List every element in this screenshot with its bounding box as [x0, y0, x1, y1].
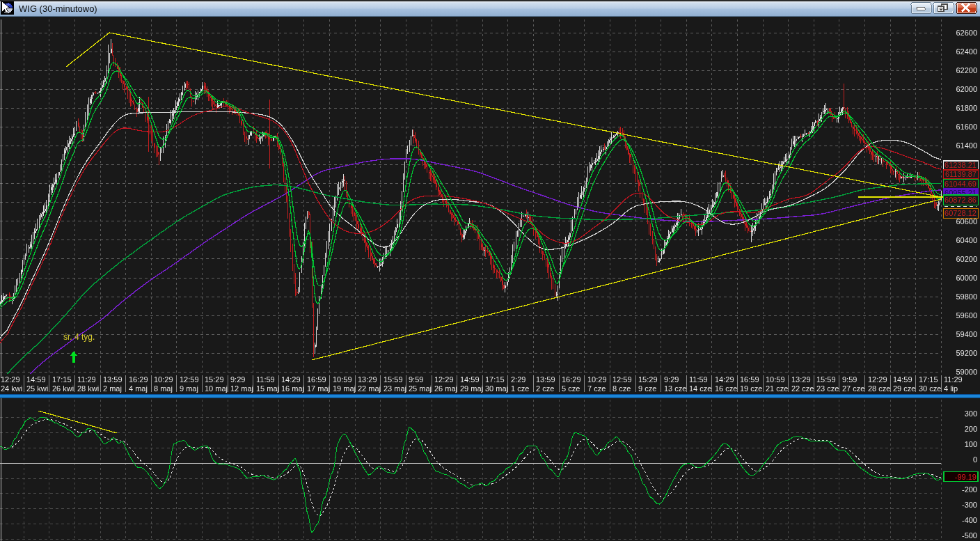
svg-text:11:59: 11:59 — [256, 375, 275, 384]
svg-text:22 maj: 22 maj — [358, 384, 381, 393]
svg-text:15:59: 15:59 — [384, 375, 403, 384]
svg-text:9:59: 9:59 — [842, 375, 857, 384]
svg-text:13:59: 13:59 — [536, 375, 555, 384]
svg-text:17:15: 17:15 — [919, 375, 938, 384]
svg-text:14:59: 14:59 — [893, 375, 912, 384]
svg-text:9:59: 9:59 — [409, 375, 423, 384]
svg-text:12:29: 12:29 — [1, 375, 20, 384]
svg-text:12:59: 12:59 — [180, 375, 199, 384]
svg-text:59800: 59800 — [956, 292, 977, 301]
svg-text:1 cze: 1 cze — [511, 384, 529, 393]
svg-text:5 cze: 5 cze — [562, 384, 580, 393]
svg-text:16:29: 16:29 — [562, 375, 581, 384]
svg-text:62600: 62600 — [956, 29, 977, 37]
svg-text:10:59: 10:59 — [333, 375, 352, 384]
svg-text:2 maj: 2 maj — [103, 384, 122, 393]
svg-text:24 kwi: 24 kwi — [1, 384, 22, 393]
svg-text:60872.86: 60872.86 — [945, 196, 977, 204]
svg-text:200: 200 — [965, 425, 977, 433]
svg-text:62200: 62200 — [956, 66, 977, 75]
svg-text:60728.12: 60728.12 — [945, 209, 977, 217]
svg-text:60000: 60000 — [956, 274, 977, 282]
svg-text:7 cze: 7 cze — [587, 384, 606, 393]
svg-text:9:29: 9:29 — [230, 375, 245, 384]
svg-text:61400: 61400 — [956, 141, 977, 150]
svg-text:29 cze: 29 cze — [893, 384, 915, 393]
svg-text:śr. 4 tyg.: śr. 4 tyg. — [63, 332, 95, 342]
svg-text:14:29: 14:29 — [281, 375, 301, 384]
svg-text:28 cze: 28 cze — [868, 384, 890, 393]
svg-text:15 maj: 15 maj — [256, 384, 279, 393]
svg-text:16:59: 16:59 — [307, 375, 326, 384]
svg-text:14 cze: 14 cze — [689, 384, 711, 393]
svg-text:13 cze: 13 cze — [664, 384, 686, 393]
svg-text:27 cze: 27 cze — [842, 384, 864, 393]
svg-text:9 cze: 9 cze — [638, 384, 656, 393]
svg-text:29 maj: 29 maj — [460, 384, 483, 393]
svg-text:2:29: 2:29 — [511, 375, 525, 384]
svg-text:100: 100 — [965, 440, 977, 448]
svg-text:25 maj: 25 maj — [409, 384, 432, 393]
svg-text:16 cze: 16 cze — [715, 384, 737, 393]
svg-text:26 maj: 26 maj — [434, 384, 457, 393]
svg-text:11:29: 11:29 — [77, 375, 96, 384]
svg-text:-400: -400 — [962, 516, 977, 524]
svg-text:59600: 59600 — [956, 311, 977, 320]
svg-text:16:59: 16:59 — [740, 375, 759, 384]
svg-text:10 maj: 10 maj — [205, 384, 228, 393]
svg-text:62400: 62400 — [956, 47, 977, 56]
svg-text:61600: 61600 — [956, 123, 977, 131]
svg-text:12:29: 12:29 — [868, 375, 887, 384]
svg-text:11:59: 11:59 — [689, 375, 708, 384]
svg-text:30 maj: 30 maj — [485, 384, 508, 393]
svg-text:14:29: 14:29 — [715, 375, 734, 384]
svg-text:19 maj: 19 maj — [333, 384, 356, 393]
svg-text:WIG (30-minutowo): WIG (30-minutowo) — [19, 3, 97, 14]
svg-text:61139.87: 61139.87 — [945, 170, 977, 178]
svg-text:28 kwi: 28 kwi — [77, 384, 99, 393]
svg-text:23 maj: 23 maj — [384, 384, 406, 393]
svg-text:17 maj: 17 maj — [307, 384, 330, 393]
svg-text:30 cze: 30 cze — [919, 384, 941, 393]
svg-text:61044.69: 61044.69 — [945, 180, 977, 188]
svg-text:13:29: 13:29 — [791, 375, 811, 384]
svg-text:60400: 60400 — [956, 236, 977, 244]
svg-text:59400: 59400 — [956, 330, 977, 338]
svg-text:-200: -200 — [962, 485, 977, 494]
svg-text:61238.21: 61238.21 — [945, 161, 977, 169]
svg-text:4 maj: 4 maj — [129, 384, 148, 393]
svg-text:22 cze: 22 cze — [791, 384, 814, 393]
svg-text:12:59: 12:59 — [612, 375, 632, 384]
svg-text:61800: 61800 — [956, 104, 977, 112]
svg-text:13:59: 13:59 — [103, 375, 122, 384]
svg-text:10:29: 10:29 — [587, 375, 607, 384]
svg-text:10:59: 10:59 — [766, 375, 785, 384]
svg-text:-99.19: -99.19 — [955, 473, 977, 481]
svg-text:15:59: 15:59 — [816, 375, 836, 384]
svg-text:13:29: 13:29 — [358, 375, 377, 384]
svg-text:59200: 59200 — [956, 349, 977, 357]
svg-text:9:29: 9:29 — [664, 375, 679, 384]
svg-text:62000: 62000 — [956, 85, 977, 93]
svg-text:9 maj: 9 maj — [180, 384, 198, 393]
svg-text:12 maj: 12 maj — [230, 384, 253, 393]
svg-text:8 cze: 8 cze — [612, 384, 631, 393]
svg-text:8 maj: 8 maj — [154, 384, 173, 393]
svg-text:17:15: 17:15 — [485, 375, 505, 384]
svg-text:15:29: 15:29 — [205, 375, 224, 384]
svg-text:23 cze: 23 cze — [816, 384, 839, 393]
svg-text:15:29: 15:29 — [638, 375, 658, 384]
svg-text:60200: 60200 — [956, 255, 977, 263]
svg-text:0: 0 — [973, 455, 977, 464]
svg-text:17:15: 17:15 — [52, 375, 72, 384]
svg-text:16 maj: 16 maj — [281, 384, 304, 393]
svg-text:16:29: 16:29 — [129, 375, 148, 384]
svg-text:12:29: 12:29 — [434, 375, 454, 384]
svg-text:14:59: 14:59 — [26, 375, 46, 384]
svg-text:14:59: 14:59 — [460, 375, 480, 384]
svg-text:300: 300 — [965, 409, 977, 418]
svg-text:2 cze: 2 cze — [536, 384, 554, 393]
svg-text:21 cze: 21 cze — [766, 384, 788, 393]
svg-text:-300: -300 — [962, 501, 977, 509]
svg-text:10:29: 10:29 — [154, 375, 173, 384]
